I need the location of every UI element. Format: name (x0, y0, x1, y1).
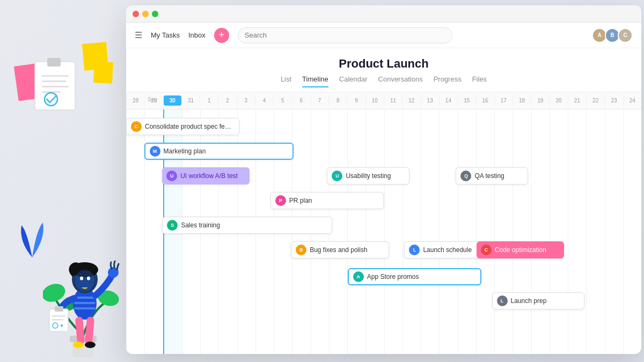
svg-rect-1 (47, 58, 61, 67)
svg-rect-27 (55, 306, 63, 312)
date-cell-12: 12 (402, 95, 420, 106)
date-cell-28: 28 (126, 95, 144, 106)
task-bar-t7[interactable]: SSales training (162, 217, 332, 234)
svg-point-24 (85, 342, 96, 348)
gantt-body: CConsolidate product spec feedbackMMarke… (126, 109, 641, 354)
svg-rect-29 (52, 319, 63, 321)
date-cell-9: 9 (347, 95, 365, 106)
task-label-t11: App Store promos (367, 273, 419, 280)
page-title: Product Launch (126, 57, 641, 71)
date-cell-1: 1 (200, 95, 218, 106)
task-avatar-t1: C (131, 121, 142, 132)
deco-clipboard (32, 54, 80, 115)
date-cell-2: 2 (218, 95, 236, 106)
deco-sticky-2 (93, 61, 113, 84)
task-row-t1: CConsolidate product spec feedback (126, 115, 641, 138)
task-row-t2: MMarketing plan (126, 139, 641, 163)
add-button[interactable]: + (214, 28, 229, 43)
task-avatar-t12: L (497, 295, 508, 306)
date-cell-31: 31 (181, 95, 200, 106)
tab-conversations[interactable]: Conversations (378, 75, 423, 87)
task-label-t1: Consolidate product spec feedback (145, 123, 235, 130)
month-label: Sep (148, 97, 157, 102)
task-row-t7: SSales training (126, 213, 641, 237)
date-cell-13: 13 (421, 95, 439, 106)
user-avatars: A B C (594, 28, 633, 43)
close-dot[interactable] (133, 11, 139, 17)
task-bar-t10[interactable]: CCode optimization (477, 241, 564, 258)
date-ruler: Sep 282930311234567891011121314151617181… (126, 92, 641, 109)
task-row-t5: QQA testing (126, 164, 641, 188)
nav-bar: ☰ My Tasks Inbox + A B C (126, 23, 641, 48)
task-label-t12: Launch prep (511, 297, 547, 305)
minimize-dot[interactable] (142, 11, 149, 17)
date-cell-6: 6 (292, 95, 310, 106)
svg-rect-15 (74, 307, 96, 309)
date-cell-23: 23 (604, 95, 623, 106)
inbox-link[interactable]: Inbox (188, 31, 206, 39)
date-cell-17: 17 (494, 95, 513, 106)
character-illustration (43, 210, 129, 362)
my-tasks-link[interactable]: My Tasks (151, 31, 180, 39)
task-avatar-t11: A (353, 271, 364, 282)
maximize-dot[interactable] (152, 11, 158, 17)
task-label-t2: Marketing plan (164, 147, 206, 155)
task-label-t5: QA testing (474, 172, 504, 180)
date-cell-8: 8 (328, 95, 347, 106)
task-bar-t1[interactable]: CConsolidate product spec feedback (126, 118, 239, 135)
date-cell-7: 7 (310, 95, 328, 106)
tab-timeline[interactable]: Timeline (302, 75, 328, 87)
date-cell-11: 11 (384, 95, 402, 106)
date-cell-20: 20 (549, 95, 567, 106)
svg-rect-28 (52, 315, 65, 317)
date-cell-16: 16 (475, 95, 494, 106)
task-bar-t6[interactable]: PPR plan (270, 192, 384, 209)
gantt-tasks: CConsolidate product spec feedbackMMarke… (126, 109, 641, 118)
page-header: Product Launch List Timeline Calendar Co… (126, 48, 641, 92)
svg-point-23 (73, 342, 84, 348)
app-window: ☰ My Tasks Inbox + A B C Product Launch … (126, 5, 641, 354)
svg-rect-4 (42, 86, 69, 87)
task-avatar-t10: C (481, 245, 492, 255)
dates-row: Sep 282930311234567891011121314151617181… (126, 95, 641, 106)
task-label-t10: Code optimization (495, 246, 546, 254)
date-cell-24: 24 (623, 95, 641, 106)
task-avatar-t2: M (150, 146, 160, 157)
tab-progress[interactable]: Progress (434, 75, 462, 87)
avatar-3[interactable]: C (618, 28, 633, 43)
task-avatar-t6: P (275, 195, 286, 206)
date-cell-5: 5 (273, 95, 291, 106)
svg-point-19 (80, 277, 83, 280)
task-bar-t2[interactable]: MMarketing plan (144, 143, 294, 160)
timeline-container: Sep 282930311234567891011121314151617181… (126, 92, 641, 354)
title-bar (126, 5, 641, 23)
task-label-t6: PR plan (289, 197, 312, 204)
date-cell-19: 19 (531, 95, 549, 106)
svg-rect-2 (42, 75, 69, 77)
task-row-t11: AApp Store promos (126, 265, 641, 289)
search-input[interactable] (238, 27, 452, 43)
date-cell-10: 10 (365, 95, 384, 106)
hamburger-icon[interactable]: ☰ (135, 30, 142, 40)
date-cell-3: 3 (237, 95, 255, 106)
svg-point-20 (87, 277, 90, 280)
task-label-t7: Sales training (181, 221, 220, 229)
tab-calendar[interactable]: Calendar (339, 75, 368, 87)
date-cell-18: 18 (513, 95, 531, 106)
svg-rect-3 (42, 80, 66, 82)
date-cell-30: 30 (163, 95, 181, 106)
tab-files[interactable]: Files (472, 75, 487, 87)
task-bar-t12[interactable]: LLaunch prep (492, 292, 585, 309)
date-cell-21: 21 (568, 95, 586, 106)
task-avatar-t7: S (167, 220, 178, 231)
tab-list[interactable]: List (281, 75, 291, 87)
svg-point-31 (61, 324, 63, 327)
page-tabs: List Timeline Calendar Conversations Pro… (126, 75, 641, 87)
task-avatar-t5: Q (460, 171, 471, 181)
task-bar-t5[interactable]: QQA testing (456, 167, 528, 184)
task-row-t10: CCode optimization (126, 238, 641, 262)
date-cell-4: 4 (255, 95, 273, 106)
task-bar-t11[interactable]: AApp Store promos (348, 268, 482, 285)
date-cell-22: 22 (586, 95, 604, 106)
task-row-t6: PPR plan (126, 189, 641, 212)
